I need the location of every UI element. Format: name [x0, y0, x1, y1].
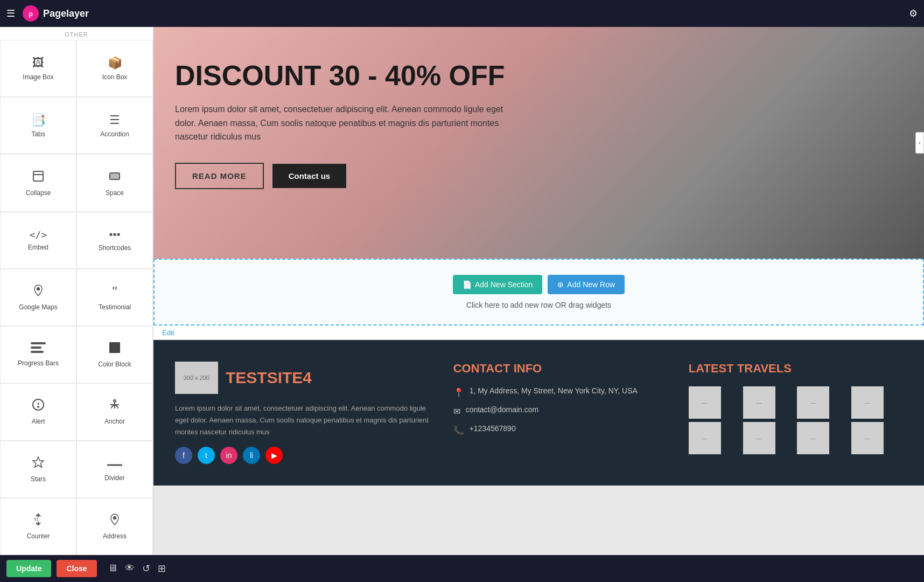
sidebar-item-icon-box[interactable]: 📦 Icon Box: [76, 40, 153, 97]
thumb-1[interactable]: —: [689, 386, 721, 419]
contact-address: 📍 1, My Address, My Street, New York Cit…: [453, 386, 667, 398]
add-new-row-button[interactable]: ⊕ Add New Row: [548, 275, 625, 294]
svg-text:91: 91: [34, 517, 39, 522]
thumb-8[interactable]: —: [851, 422, 884, 454]
sidebar-item-counter[interactable]: 91 Counter: [0, 498, 76, 555]
add-row-icon: ⊕: [557, 280, 564, 289]
thumb-5[interactable]: —: [689, 422, 721, 454]
google-maps-icon: [32, 284, 45, 300]
sidebar-item-label: Shortcodes: [99, 244, 131, 252]
content-area: DISCOUNT 30 - 40% OFF Lorem ipsum dolor …: [153, 27, 924, 555]
linkedin-icon[interactable]: li: [243, 447, 260, 464]
sidebar-item-label: Divider: [104, 474, 124, 482]
contact-title: CONTACT INFO: [453, 362, 667, 376]
sidebar: OTHER 🖼 Image Box 📦 Icon Box 📑 Tabs ☰ Ac…: [0, 27, 153, 555]
svg-rect-2: [110, 173, 120, 179]
facebook-icon[interactable]: f: [175, 447, 192, 464]
collapse-handle[interactable]: ‹: [915, 132, 924, 154]
address-icon: [108, 513, 121, 529]
update-button[interactable]: Update: [6, 560, 51, 577]
sidebar-item-label: Alert: [32, 418, 45, 425]
svg-rect-7: [109, 342, 120, 353]
sidebar-item-alert[interactable]: Alert: [0, 383, 76, 440]
twitter-icon[interactable]: t: [198, 447, 215, 464]
sidebar-item-stars[interactable]: Stars: [0, 441, 76, 498]
footer-site-name: TESTSITE4: [226, 369, 312, 387]
social-icons: f t in li ▶: [175, 447, 432, 464]
read-more-button[interactable]: READ MORE: [175, 163, 264, 189]
sidebar-item-label: Image Box: [23, 73, 53, 81]
footer-logo-area: 300 x 200 TESTSITE4: [175, 362, 432, 394]
svg-point-10: [38, 406, 39, 407]
thumb-2[interactable]: —: [743, 386, 775, 419]
sidebar-item-divider[interactable]: Divider: [76, 441, 153, 498]
logo-text: Pagelayer: [43, 8, 89, 19]
sidebar-item-label: Counter: [27, 532, 50, 540]
svg-rect-4: [31, 342, 46, 344]
add-new-section-button[interactable]: 📄 Add New Section: [453, 275, 542, 294]
add-section-hint: Click here to add new row OR drag widget…: [466, 301, 611, 309]
sidebar-item-space[interactable]: Space: [76, 154, 153, 211]
desktop-view-icon[interactable]: 🖥: [108, 563, 117, 574]
sidebar-item-collapse[interactable]: Collapse: [0, 154, 76, 211]
footer-col-site: 300 x 200 TESTSITE4 Lorem ipsum dolor si…: [175, 362, 432, 464]
thumb-3[interactable]: —: [797, 386, 829, 419]
gear-icon[interactable]: ⚙: [909, 8, 918, 19]
sidebar-item-google-maps[interactable]: Google Maps: [0, 269, 76, 326]
footer-logo-placeholder: 300 x 200: [175, 362, 218, 394]
divider-icon: [107, 457, 122, 471]
progress-bars-icon: [31, 342, 46, 356]
sidebar-item-label: Color Block: [98, 361, 131, 368]
stars-icon: [32, 456, 45, 472]
sidebar-item-address[interactable]: Address: [76, 498, 153, 555]
embed-icon: </>: [30, 229, 47, 240]
color-block-icon: [108, 341, 121, 357]
contact-button[interactable]: Contact us: [272, 164, 347, 188]
sidebar-item-label: Space: [106, 189, 124, 197]
instagram-icon[interactable]: in: [220, 447, 237, 464]
sidebar-item-tabs[interactable]: 📑 Tabs: [0, 97, 76, 154]
sidebar-item-label: Progress Bars: [18, 359, 59, 367]
icon-box-icon: 📦: [108, 56, 122, 70]
svg-point-11: [114, 400, 116, 402]
sidebar-item-color-block[interactable]: Color Block: [76, 326, 153, 383]
footer-col-contact: CONTACT INFO 📍 1, My Address, My Street,…: [453, 362, 667, 464]
sidebar-item-shortcodes[interactable]: ••• Shortcodes: [76, 212, 153, 269]
youtube-icon[interactable]: ▶: [265, 447, 283, 464]
add-section-buttons: 📄 Add New Section ⊕ Add New Row: [453, 275, 625, 294]
contact-phone: 📞 +1234567890: [453, 424, 667, 435]
sidebar-item-testimonial[interactable]: " Testimonial: [76, 269, 153, 326]
hero-section: DISCOUNT 30 - 40% OFF Lorem ipsum dolor …: [153, 27, 924, 259]
thumb-4[interactable]: —: [851, 386, 884, 419]
sidebar-section-label: OTHER: [0, 27, 153, 40]
sidebar-item-anchor[interactable]: Anchor: [76, 383, 153, 440]
svg-point-19: [114, 516, 116, 519]
responsive-icon[interactable]: ⊞: [158, 563, 166, 574]
thumb-6[interactable]: —: [743, 422, 775, 454]
location-icon: 📍: [453, 387, 464, 398]
hero-buttons: READ MORE Contact us: [175, 163, 902, 189]
svg-point-3: [37, 287, 40, 290]
edit-label[interactable]: Edit: [158, 327, 178, 339]
sidebar-item-progress-bars[interactable]: Progress Bars: [0, 326, 76, 383]
main-layout: OTHER 🖼 Image Box 📦 Icon Box 📑 Tabs ☰ Ac…: [0, 27, 924, 555]
bottom-icons: 🖥 👁 ↺ ⊞: [108, 563, 166, 574]
latest-grid: — — — — — — — —: [689, 386, 902, 454]
undo-icon[interactable]: ↺: [142, 563, 150, 574]
accordion-icon: ☰: [109, 113, 120, 127]
collapse-icon: [32, 170, 45, 186]
hamburger-menu-icon[interactable]: ☰: [6, 8, 15, 19]
thumb-7[interactable]: —: [797, 422, 829, 454]
sidebar-item-image-box[interactable]: 🖼 Image Box: [0, 40, 76, 97]
sidebar-item-accordion[interactable]: ☰ Accordion: [76, 97, 153, 154]
email-icon: ✉: [453, 406, 460, 417]
hero-description: Lorem ipsum dolor sit amet, consectetuer…: [175, 102, 509, 144]
contact-email: ✉ contact@domain.com: [453, 405, 667, 417]
sidebar-grid: 🖼 Image Box 📦 Icon Box 📑 Tabs ☰ Accordio…: [0, 40, 153, 555]
close-button[interactable]: Close: [57, 560, 96, 577]
sidebar-item-embed[interactable]: </> Embed: [0, 212, 76, 269]
bottombar: Update Close 🖥 👁 ↺ ⊞: [0, 555, 924, 582]
preview-icon[interactable]: 👁: [125, 563, 135, 574]
testimonial-icon: ": [112, 283, 117, 300]
space-icon: [108, 170, 121, 186]
